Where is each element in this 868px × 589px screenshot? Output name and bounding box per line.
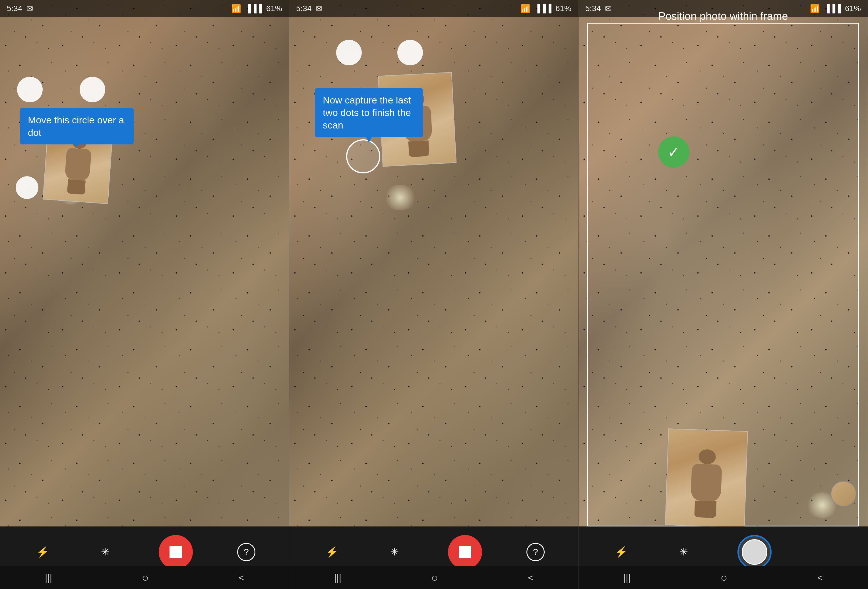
toolbar-3: ⚡ ✳	[579, 526, 868, 572]
tooltip-text-2: Now capture the last two dots to finish …	[323, 95, 411, 131]
phone-panel-2: 5:34 ✉ 📶 ▐▐▐ 61% Now capture the last tw…	[289, 0, 579, 589]
figure-legs-2	[408, 140, 429, 157]
signal-icon-2: ▐▐▐	[534, 4, 551, 13]
back-button-3[interactable]: <	[817, 573, 823, 583]
back-button-2[interactable]: <	[528, 573, 533, 583]
dot-top-right-2[interactable]	[397, 40, 423, 65]
stop-icon-1	[170, 546, 182, 558]
tooltip-1: Move this circle over a dot	[20, 108, 134, 144]
phone-panel-3: 5:34 ✉ 📶 ▐▐▐ 61% Position photo within f…	[579, 0, 868, 589]
capture-button-3[interactable]	[737, 535, 772, 569]
tooltip-text-1: Move this circle over a dot	[28, 115, 124, 138]
toolbar-2: ⚡ ✳ ?	[289, 526, 578, 572]
flash-button-3[interactable]: ⚡	[612, 543, 630, 561]
signal-icon-1: ▐▐▐	[245, 4, 262, 13]
dot-top-left-2[interactable]	[336, 40, 362, 65]
status-right-2: 📶 ▐▐▐ 61%	[520, 4, 571, 13]
tools-icon-2: ✳	[390, 546, 399, 558]
battery-2: 61%	[555, 4, 571, 13]
position-label-3: Position photo within frame	[658, 10, 788, 22]
email-icon-2: ✉	[316, 4, 322, 13]
bottom-bar-1: ⚡ ✳ ?	[0, 526, 289, 566]
recent-apps-2[interactable]: |||	[334, 573, 341, 583]
help-icon-2: ?	[533, 547, 538, 557]
status-left-2: 5:34 ✉	[296, 4, 322, 13]
photo-content-3	[666, 429, 747, 527]
status-bar-2: 5:34 ✉ 📶 ▐▐▐ 61%	[289, 0, 578, 17]
status-right-1: 📶 ▐▐▐ 61%	[231, 4, 282, 13]
figure-head-3	[698, 449, 716, 464]
wifi-icon-2: 📶	[520, 4, 530, 13]
stop-button-1[interactable]	[159, 535, 193, 569]
figure-body-1	[65, 148, 91, 181]
home-button-3[interactable]: ○	[721, 571, 728, 584]
bottom-bar-3: ⚡ ✳	[579, 526, 868, 566]
position-text-3: Position photo within frame	[579, 10, 868, 22]
green-check-3[interactable]: ✓	[658, 137, 689, 168]
home-button-1[interactable]: ○	[142, 571, 149, 584]
dot-bottom-left-1[interactable]	[16, 176, 38, 199]
flash-button-1[interactable]: ⚡	[34, 543, 52, 561]
dot-top-right-1[interactable]	[80, 77, 105, 102]
nav-bar-2: ||| ○ <	[289, 566, 578, 589]
placeholder-3	[816, 543, 834, 561]
flash-button-2[interactable]: ⚡	[323, 543, 341, 561]
tools-button-1[interactable]: ✳	[96, 543, 114, 561]
capture-button-inner-3	[742, 539, 767, 565]
recent-apps-3[interactable]: |||	[623, 573, 630, 583]
tools-button-2[interactable]: ✳	[385, 543, 404, 561]
nav-bar-1: ||| ○ <	[0, 566, 289, 589]
nav-bar-3: ||| ○ <	[579, 566, 868, 589]
bottom-bar-2: ⚡ ✳ ?	[289, 526, 578, 566]
email-icon-1: ✉	[27, 4, 33, 13]
time-1: 5:34	[7, 4, 22, 13]
recent-apps-1[interactable]: |||	[45, 573, 52, 583]
figure-body-3	[691, 464, 722, 501]
status-left-1: 5:34 ✉	[7, 4, 33, 13]
check-icon-3: ✓	[667, 144, 680, 161]
time-2: 5:34	[296, 4, 312, 13]
help-icon-1: ?	[244, 547, 249, 557]
back-button-1[interactable]: <	[239, 573, 244, 583]
tools-icon-3: ✳	[679, 546, 688, 558]
status-bar-1: 5:34 ✉ 📶 ▐▐▐ 61%	[0, 0, 289, 17]
granite-overlay-1	[0, 0, 289, 589]
flash-icon-2: ⚡	[326, 546, 338, 558]
home-button-2[interactable]: ○	[431, 571, 438, 584]
thumbnail-3[interactable]	[831, 481, 856, 507]
tooltip-2: Now capture the last two dots to finish …	[315, 88, 423, 137]
figure-legs-1	[67, 180, 86, 195]
stop-icon-2	[459, 546, 471, 558]
toolbar-1: ⚡ ✳ ?	[0, 526, 289, 572]
figure-legs-3	[694, 501, 716, 518]
help-button-1[interactable]: ?	[237, 543, 255, 561]
dot-top-left-1[interactable]	[17, 77, 43, 102]
phone-panel-1: 5:34 ✉ 📶 ▐▐▐ 61% Move this circle over a…	[0, 0, 289, 589]
target-ring-2[interactable]	[346, 139, 380, 174]
flash-icon-3: ⚡	[615, 546, 628, 558]
light-spot-2	[383, 185, 417, 211]
help-button-2[interactable]: ?	[526, 543, 545, 561]
wifi-icon-1: 📶	[231, 4, 241, 13]
stop-button-2[interactable]	[448, 535, 482, 569]
tools-button-3[interactable]: ✳	[675, 543, 693, 561]
photo-3	[665, 428, 748, 528]
battery-1: 61%	[266, 4, 282, 13]
tools-icon-1: ✳	[101, 546, 109, 558]
photo-figure-3	[683, 449, 729, 517]
flash-icon-1: ⚡	[36, 546, 49, 558]
